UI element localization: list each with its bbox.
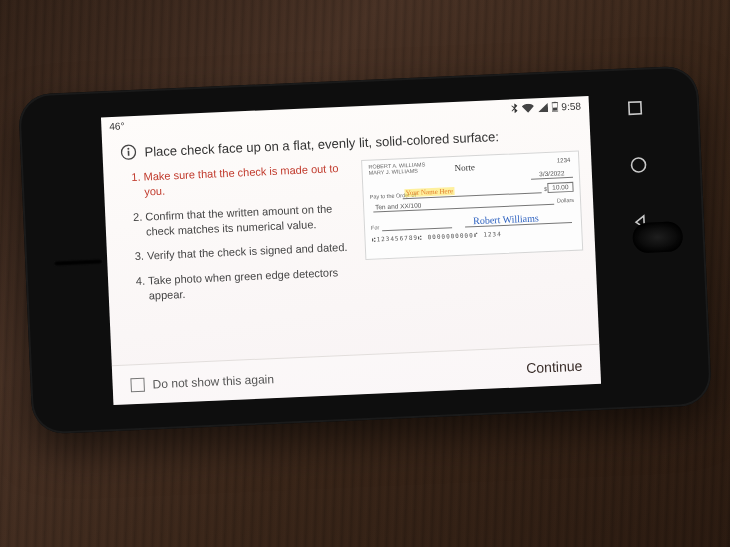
check-for-label: For (371, 225, 380, 232)
svg-point-7 (631, 158, 646, 173)
signal-icon (537, 102, 547, 111)
do-not-show-label: Do not show this again (152, 372, 274, 391)
do-not-show-row[interactable]: Do not show this again (130, 372, 274, 392)
svg-rect-6 (629, 102, 642, 115)
step-3: Verify that the check is signed and date… (147, 240, 355, 264)
check-payto-label: Pay to the Order of (370, 193, 400, 201)
check-signature: Robert Williams (473, 212, 539, 227)
check-amount-numeric: 10.00 (547, 182, 574, 193)
check-date: 3/3/2022 (531, 169, 573, 180)
content-area: Make sure that the check is made out to … (103, 150, 597, 315)
bluetooth-icon (510, 103, 517, 113)
recent-apps-icon[interactable] (627, 100, 644, 117)
physical-home-button[interactable] (632, 221, 683, 253)
continue-button[interactable]: Continue (526, 357, 583, 375)
bezel-right (587, 65, 712, 409)
check-amount-written: Ten and XX/100 (375, 202, 422, 212)
steps-list: Make sure that the check is made out to … (123, 161, 357, 315)
check-number: 1234 (557, 157, 571, 165)
svg-rect-2 (553, 108, 557, 111)
phone-device: 46° 9:58 Place check face up on a flat, … (18, 65, 712, 434)
battery-icon (551, 101, 557, 111)
do-not-show-checkbox[interactable] (130, 377, 145, 392)
check-illustration: ROBERT A. WILLIAMS MARY J. WILLIAMS Nort… (361, 151, 583, 260)
svg-rect-1 (553, 102, 555, 103)
svg-rect-5 (128, 151, 130, 156)
instruction-text: Place check face up on a flat, evenly li… (144, 129, 499, 159)
status-temperature: 46° (109, 120, 125, 132)
bezel-left (18, 91, 115, 434)
check-bank-name: Norte (454, 162, 475, 174)
footer-bar: Do not show this again Continue (112, 344, 601, 405)
svg-point-4 (127, 148, 129, 150)
step-4: Take photo when green edge detectors app… (148, 265, 357, 304)
info-icon (120, 144, 137, 161)
wifi-icon (521, 103, 533, 113)
speaker-grille (53, 258, 103, 266)
status-icons: 9:58 (510, 100, 581, 114)
status-time: 9:58 (561, 100, 581, 112)
app-screen: 46° 9:58 Place check face up on a flat, … (101, 96, 601, 405)
check-dollars-label: Dollars (557, 197, 574, 204)
check-payto-name: Your Name Here (404, 187, 454, 197)
step-2: Confirm that the written amount on the c… (145, 200, 354, 239)
home-soft-icon[interactable] (629, 156, 648, 175)
android-nav-buttons (627, 100, 651, 231)
